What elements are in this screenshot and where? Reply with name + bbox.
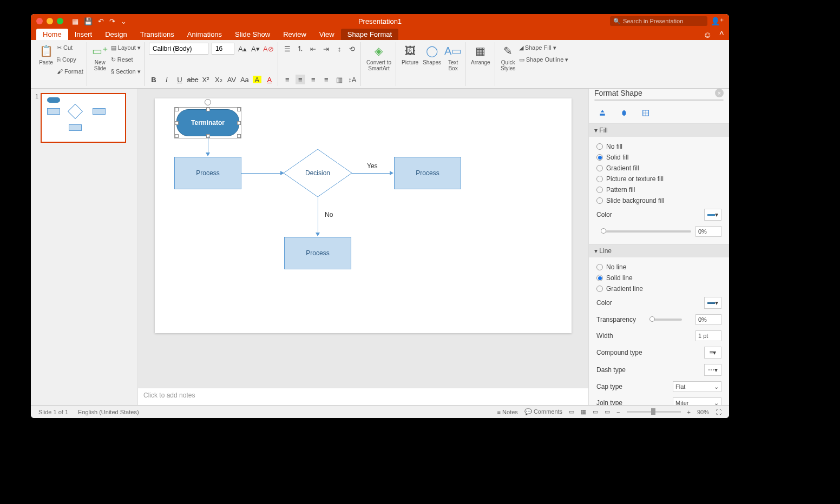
subscript-button[interactable]: X₂: [214, 75, 224, 84]
line-transparency-value[interactable]: 0%: [695, 314, 721, 325]
zoom-in-icon[interactable]: +: [687, 409, 691, 415]
fill-transparency-value[interactable]: 0%: [695, 226, 721, 237]
font-name-select[interactable]: [149, 43, 208, 55]
resize-handle-se[interactable]: [237, 134, 241, 138]
textbox-button[interactable]: A▭Text Box: [444, 42, 462, 72]
line-spacing-button[interactable]: ↕: [334, 44, 344, 54]
tab-transitions[interactable]: Transitions: [134, 29, 181, 40]
reset-button[interactable]: ↻ Reset: [111, 54, 141, 65]
minimize-window[interactable]: [47, 18, 53, 24]
terminator-shape[interactable]: Terminator: [176, 109, 239, 136]
connector-4[interactable]: [318, 197, 318, 235]
change-case-button[interactable]: Aa: [240, 75, 250, 84]
format-painter-button[interactable]: 🖌 Format: [57, 66, 83, 77]
fill-line-icon[interactable]: [596, 107, 608, 119]
align-left-button[interactable]: ≡: [283, 75, 292, 84]
resize-handle-nw[interactable]: [175, 108, 179, 111]
comments-toggle[interactable]: 💬 Comments: [524, 408, 562, 415]
dash-type-button[interactable]: ⋯▾: [704, 364, 721, 376]
process-shape-2[interactable]: Process: [394, 157, 461, 189]
reading-view-icon[interactable]: ▭: [593, 408, 598, 415]
line-width-value[interactable]: 1 pt: [695, 330, 721, 341]
fit-window-icon[interactable]: ⛶: [716, 409, 721, 415]
join-type-select[interactable]: Miter⌄: [673, 397, 721, 405]
zoom-slider[interactable]: [627, 411, 681, 413]
close-window[interactable]: [36, 18, 43, 24]
arrange-button[interactable]: ▦Arrange: [470, 42, 491, 67]
superscript-button[interactable]: X²: [201, 75, 211, 84]
feedback-icon[interactable]: ☺: [703, 30, 712, 40]
resize-handle-e[interactable]: [237, 121, 241, 125]
italic-button[interactable]: I: [162, 75, 172, 84]
save-icon[interactable]: 💾: [84, 17, 93, 25]
shape-outline-button[interactable]: ▭ Shape Outline ▾: [519, 54, 569, 65]
canvas-scroll[interactable]: Terminator Process: [138, 89, 588, 388]
shape-fill-button[interactable]: ◢ Shape Fill ▾: [519, 42, 569, 53]
pattern-fill-radio[interactable]: Pattern fill: [596, 184, 721, 195]
effects-icon[interactable]: [618, 107, 630, 119]
align-center-button[interactable]: ≡: [296, 75, 305, 84]
decision-shape[interactable]: Decision: [284, 149, 352, 197]
size-props-icon[interactable]: [640, 107, 652, 119]
zoom-window[interactable]: [57, 18, 63, 24]
resize-handle-n[interactable]: [206, 108, 210, 111]
compound-type-button[interactable]: ≡▾: [704, 347, 721, 359]
align-text-button[interactable]: ↕A: [347, 75, 357, 84]
gradient-line-radio[interactable]: Gradient line: [596, 283, 721, 294]
paste-button[interactable]: 📋Paste: [37, 42, 55, 67]
slide-thumbnail-1[interactable]: [41, 93, 126, 143]
sorter-view-icon[interactable]: ▦: [581, 408, 586, 415]
numbering-button[interactable]: ⒈: [296, 44, 305, 54]
fill-color-button[interactable]: ▾: [704, 209, 721, 221]
convert-smartart-button[interactable]: ◈Convert to SmartArt: [365, 42, 392, 72]
qat-more-icon[interactable]: ⌄: [121, 17, 127, 25]
process-shape-1[interactable]: Process: [174, 157, 241, 189]
redo-icon[interactable]: ↷: [109, 17, 115, 25]
tab-slideshow[interactable]: Slide Show: [228, 29, 277, 40]
connector-3[interactable]: [352, 173, 392, 174]
cut-button[interactable]: ✂ Cut: [57, 42, 83, 53]
zoom-out-icon[interactable]: −: [616, 409, 620, 415]
align-right-button[interactable]: ≡: [309, 75, 318, 84]
collapse-ribbon-icon[interactable]: ^: [719, 30, 724, 40]
layout-button[interactable]: ▤ Layout ▾: [111, 42, 141, 53]
text-direction-button[interactable]: ⟲: [347, 44, 357, 54]
fill-section-header[interactable]: ▾ Fill: [589, 124, 729, 137]
indent-button[interactable]: ⇥: [321, 44, 331, 54]
picture-fill-radio[interactable]: Picture or texture fill: [596, 174, 721, 184]
notes-toggle[interactable]: ≡ Notes: [497, 409, 518, 415]
underline-button[interactable]: U: [175, 75, 185, 84]
autosave-icon[interactable]: ▦: [72, 17, 78, 25]
tab-view[interactable]: View: [313, 29, 341, 40]
highlight-button[interactable]: A: [253, 76, 261, 83]
copy-button[interactable]: ⎘ Copy: [57, 54, 83, 65]
close-pane-icon[interactable]: ×: [715, 89, 724, 97]
undo-icon[interactable]: ↶: [98, 17, 104, 25]
tab-animations[interactable]: Animations: [181, 29, 228, 40]
slideshow-view-icon[interactable]: ▭: [605, 408, 610, 415]
resize-handle-sw[interactable]: [175, 134, 179, 138]
bullets-button[interactable]: ☰: [283, 44, 292, 54]
search-input[interactable]: 🔍 Search in Presentation: [610, 16, 707, 26]
shapes-button[interactable]: ◯Shapes: [422, 42, 442, 67]
slide-counter[interactable]: Slide 1 of 1: [38, 409, 68, 415]
clear-format-icon[interactable]: A⊘: [264, 44, 273, 54]
share-icon[interactable]: 👤⁺: [711, 17, 724, 25]
line-transparency-slider[interactable]: [649, 319, 682, 321]
tab-review[interactable]: Review: [277, 29, 313, 40]
gradient-fill-radio[interactable]: Gradient fill: [596, 163, 721, 174]
shape-options-tab[interactable]: Shape Options: [595, 100, 659, 101]
normal-view-icon[interactable]: ▭: [569, 408, 574, 415]
no-line-radio[interactable]: No line: [596, 262, 721, 273]
new-slide-button[interactable]: ▭⁺New Slide: [91, 42, 109, 72]
cap-type-select[interactable]: Flat⌄: [673, 381, 721, 392]
outdent-button[interactable]: ⇤: [309, 44, 318, 54]
justify-button[interactable]: ≡: [321, 75, 331, 84]
picture-button[interactable]: 🖼Picture: [401, 42, 419, 67]
strike-button[interactable]: abc: [188, 75, 198, 84]
language-status[interactable]: English (United States): [78, 409, 139, 415]
text-options-tab[interactable]: Text Options: [659, 100, 724, 101]
decrease-font-icon[interactable]: A▾: [251, 44, 260, 54]
rotate-handle[interactable]: [205, 99, 211, 105]
line-color-button[interactable]: ▾: [704, 297, 721, 309]
